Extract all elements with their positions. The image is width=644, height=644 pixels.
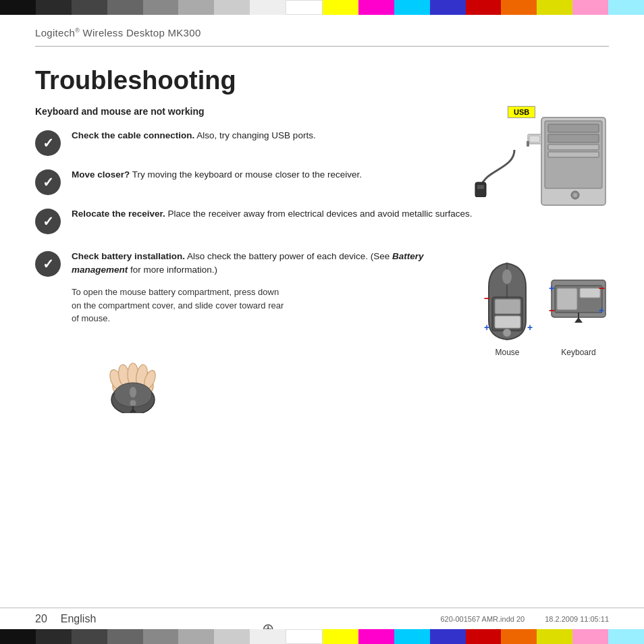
left-column: Keyboard and mouse are not working Check…: [35, 106, 474, 246]
svg-point-21: [130, 387, 136, 398]
page-content: Logitech® Wireless Desktop MK300 Trouble…: [0, 15, 644, 629]
svg-rect-2: [548, 124, 599, 132]
main-content: Troubleshooting Keyboard and mouse are n…: [35, 60, 609, 416]
usb-label: USB: [508, 106, 535, 118]
svg-rect-3: [548, 134, 599, 142]
item-bold-4: Check battery installation.: [72, 251, 185, 261]
item-normal-1: Also, try changing USB ports.: [194, 130, 315, 140]
svg-text:–: –: [484, 292, 490, 304]
language-label: English: [61, 613, 96, 625]
item-4-left: Check battery installation. Also check t…: [35, 250, 479, 416]
usb-cable-svg: [474, 143, 525, 197]
svg-rect-7: [529, 136, 540, 142]
svg-point-32: [503, 329, 511, 337]
page-header: Logitech® Wireless Desktop MK300: [35, 15, 609, 47]
svg-text:–: –: [549, 304, 555, 316]
item-normal-4a: Also check the battery power of each dev…: [187, 251, 392, 261]
svg-rect-28: [495, 316, 520, 328]
svg-text:+: +: [599, 305, 604, 316]
keyboard-battery-svg: + – – +: [548, 253, 609, 348]
svg-rect-4: [548, 144, 599, 150]
svg-point-25: [502, 269, 512, 284]
file-info: 620-001567 AMR.indd 20: [440, 615, 525, 623]
svg-point-10: [573, 193, 577, 197]
item-text-2: Move closer? Try moving the keyboard or …: [72, 168, 474, 182]
mouse-label: Mouse: [495, 348, 519, 357]
trouble-item-3: Relocate the receiver. Place the receive…: [35, 207, 474, 234]
svg-rect-8: [527, 141, 529, 146]
bottom-color-bar: [0, 629, 644, 644]
item-bold-3: Relocate the receiver.: [72, 209, 165, 219]
product-name: Wireless Desktop MK300: [83, 27, 201, 38]
check-icon-1: [35, 130, 61, 156]
item-normal-4b: for more information.): [130, 265, 217, 275]
svg-rect-35: [557, 288, 577, 310]
usb-illustration-area: USB: [474, 106, 609, 221]
svg-rect-12: [477, 185, 484, 189]
trouble-item-4: Check battery installation. Also check t…: [35, 250, 479, 277]
date-info: 18.2.2009 11:05:11: [545, 615, 609, 623]
keyboard-battery-col: + – – + Keyboard: [548, 253, 609, 357]
svg-rect-5: [548, 152, 599, 157]
footer-left: 20 English: [0, 613, 96, 625]
top-row: Keyboard and mouse are not working Check…: [35, 106, 609, 246]
item-text-1: Check the cable connection. Also, try ch…: [72, 129, 474, 142]
svg-text:–: –: [599, 282, 605, 294]
svg-rect-36: [580, 288, 600, 298]
svg-text:+: +: [549, 283, 554, 294]
mouse-battery-col: – + + Mouse: [479, 253, 536, 357]
trouble-item-1: Check the cable connection. Also, try ch…: [35, 129, 474, 156]
page-number: 20: [35, 613, 47, 625]
svg-rect-11: [475, 182, 486, 197]
device-battery-images: – + + Mouse: [479, 253, 609, 357]
svg-text:+: +: [484, 322, 489, 333]
check-icon-2: [35, 169, 61, 195]
footer-right: 620-001567 AMR.indd 20 18.2.2009 11:05:1…: [440, 615, 644, 623]
top-color-bar: [0, 0, 644, 15]
trouble-item-2: Move closer? Try moving the keyboard or …: [35, 168, 474, 195]
brand-name: Logitech: [35, 27, 75, 38]
keyboard-label: Keyboard: [561, 348, 595, 357]
page-title: Troubleshooting: [35, 67, 609, 95]
hand-mouse-svg: [89, 336, 180, 413]
computer-tower-svg: [521, 114, 609, 212]
trademark: ®: [75, 27, 80, 34]
item-text-4: Check battery installation. Also check t…: [72, 250, 479, 277]
svg-rect-27: [495, 299, 520, 314]
section-subtitle: Keyboard and mouse are not working: [35, 106, 474, 117]
svg-point-22: [130, 400, 136, 406]
item-normal-3: Place the receiver away from electrical …: [165, 209, 473, 219]
check-icon-3: [35, 209, 61, 234]
svg-text:+: +: [527, 322, 533, 333]
product-title: Logitech® Wireless Desktop MK300: [35, 27, 201, 38]
battery-subtext: To open the mouse battery compartment, p…: [72, 286, 288, 325]
mouse-battery-svg: – + +: [479, 253, 536, 348]
item-4-row: Check battery installation. Also check t…: [35, 250, 609, 416]
item-bold-1: Check the cable connection.: [72, 130, 194, 140]
item-normal-2: Try moving the keyboard or mouse closer …: [130, 169, 362, 180]
item-bold-2: Move closer?: [72, 169, 130, 180]
item-text-3: Relocate the receiver. Place the receive…: [72, 207, 474, 221]
mouse-open-illustration: [89, 336, 479, 416]
page-footer: 20 English 620-001567 AMR.indd 20 18.2.2…: [0, 608, 644, 629]
check-icon-4: [35, 251, 61, 277]
